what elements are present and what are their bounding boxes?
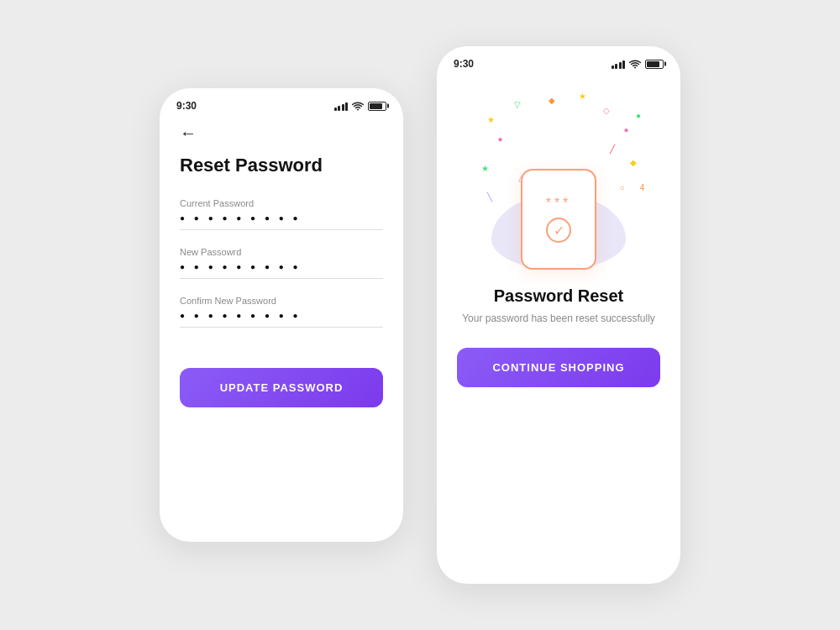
confetti-piece: ● — [623, 125, 628, 134]
success-subtitle: Your password has been reset successfull… — [462, 312, 655, 324]
confetti-piece: ● — [497, 134, 502, 144]
battery-icon-right — [645, 60, 664, 69]
confetti-piece: 4 — [640, 183, 645, 192]
confetti-piece: ○ — [620, 183, 625, 192]
current-password-label: Current Password — [180, 198, 383, 208]
confetti-piece: ╱ — [610, 144, 615, 154]
wifi-icon — [352, 102, 364, 111]
confetti-piece: ★ — [487, 115, 495, 124]
confetti-piece: ◆ — [549, 96, 555, 105]
page-title: Reset Password — [180, 155, 383, 176]
confetti-piece: ● — [636, 111, 641, 120]
continue-shopping-button[interactable]: CONTINUE SHOPPING — [457, 348, 660, 387]
status-icons-right — [612, 60, 664, 69]
success-title: Password Reset — [494, 286, 624, 306]
phone-illustration: *** ✓ — [521, 169, 596, 270]
signal-icon — [334, 102, 349, 111]
time-right: 9:30 — [454, 58, 474, 70]
confetti-piece: ★ — [579, 92, 586, 101]
check-icon: ✓ — [554, 223, 564, 239]
confetti-area: *** ✓ ▽★◆★◇●●△○◆╱4╲●★ — [457, 76, 660, 270]
battery-icon — [368, 102, 386, 111]
signal-icon-right — [612, 60, 626, 69]
update-password-button[interactable]: UPDATE PASSWORD — [180, 368, 383, 407]
time-left: 9:30 — [176, 100, 197, 112]
confetti-piece: ◇ — [603, 106, 610, 115]
status-bar-right: 9:30 — [437, 46, 680, 76]
confirm-password-value: ● ● ● ● ● ● ● ● ● — [180, 311, 383, 328]
success-content: *** ✓ ▽★◆★◇●●△○◆╱4╲●★ Password Reset You… — [437, 76, 680, 412]
back-button[interactable]: ← — [180, 123, 197, 143]
check-circle: ✓ — [546, 218, 571, 243]
reset-password-content: ← Reset Password Current Password ● ● ● … — [160, 118, 403, 428]
status-icons-left — [334, 102, 387, 111]
confirm-password-label: Confirm New Password — [180, 296, 383, 306]
confirm-password-field[interactable]: Confirm New Password ● ● ● ● ● ● ● ● ● — [180, 296, 383, 328]
new-password-label: New Passowrd — [180, 247, 383, 257]
password-reset-success-screen: 9:30 *** — [437, 46, 680, 584]
current-password-value: ● ● ● ● ● ● ● ● ● — [180, 213, 383, 230]
confetti-piece: ▽ — [514, 100, 521, 109]
confetti-piece: ◆ — [630, 158, 637, 167]
status-bar-left: 9:30 — [160, 88, 403, 118]
new-password-value: ● ● ● ● ● ● ● ● ● — [180, 262, 383, 279]
confetti-piece: ╲ — [487, 192, 492, 202]
current-password-field[interactable]: Current Password ● ● ● ● ● ● ● ● ● — [180, 198, 383, 230]
phone-stars: *** — [546, 196, 572, 211]
wifi-icon-right — [629, 60, 641, 69]
new-password-field[interactable]: New Passowrd ● ● ● ● ● ● ● ● ● — [180, 247, 383, 279]
confetti-piece: ★ — [481, 164, 489, 173]
reset-password-screen: 9:30 ← Reset Password Current Pa — [160, 88, 403, 542]
